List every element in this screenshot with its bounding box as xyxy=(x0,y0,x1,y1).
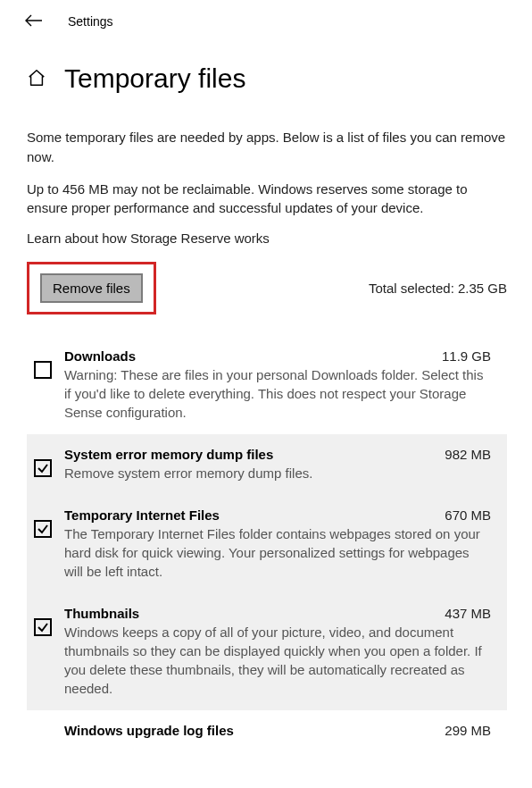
file-desc: Warning: These are files in your persona… xyxy=(64,365,491,422)
checkbox-thumbnails[interactable] xyxy=(34,618,52,636)
back-arrow-icon[interactable] xyxy=(25,11,43,31)
intro-text-1: Some temporary files are needed by apps.… xyxy=(27,128,507,167)
storage-reserve-link[interactable]: Learn about how Storage Reserve works xyxy=(27,231,507,246)
file-body: Thumbnails 437 MB Windows keeps a copy o… xyxy=(64,606,491,698)
header-bar: Settings xyxy=(0,0,532,38)
checkbox-temp-internet[interactable] xyxy=(34,520,52,538)
total-selected-label: Total selected: 2.35 GB xyxy=(369,281,507,296)
action-row: Remove files Total selected: 2.35 GB xyxy=(27,262,507,314)
file-body: Downloads 11.9 GB Warning: These are fil… xyxy=(64,348,491,422)
file-body: Windows upgrade log files 299 MB xyxy=(64,723,491,738)
file-name: Temporary Internet Files xyxy=(64,507,220,523)
home-icon[interactable] xyxy=(27,68,46,90)
file-item-temp-internet[interactable]: Temporary Internet Files 670 MB The Temp… xyxy=(27,495,507,593)
checkbox-memory-dump[interactable] xyxy=(34,459,52,477)
checkbox-downloads[interactable] xyxy=(34,361,52,379)
title-row: Temporary files xyxy=(0,38,532,112)
file-body: Temporary Internet Files 670 MB The Temp… xyxy=(64,507,491,581)
file-size: 982 MB xyxy=(445,447,491,462)
file-size: 670 MB xyxy=(445,507,491,523)
file-body: System error memory dump files 982 MB Re… xyxy=(64,447,491,482)
file-name: System error memory dump files xyxy=(64,447,273,462)
file-list: Downloads 11.9 GB Warning: These are fil… xyxy=(27,336,507,741)
file-name: Downloads xyxy=(64,348,136,364)
file-desc: The Temporary Internet Files folder cont… xyxy=(64,524,491,581)
file-item-upgrade-logs[interactable]: Windows upgrade log files 299 MB xyxy=(27,710,507,741)
file-item-downloads[interactable]: Downloads 11.9 GB Warning: These are fil… xyxy=(27,336,507,434)
page-title: Temporary files xyxy=(64,63,245,94)
file-name: Windows upgrade log files xyxy=(64,723,234,738)
file-size: 11.9 GB xyxy=(442,348,491,364)
remove-highlight: Remove files xyxy=(27,262,156,314)
file-size: 299 MB xyxy=(445,723,491,738)
remove-files-button[interactable]: Remove files xyxy=(40,273,143,303)
content-area: Some temporary files are needed by apps.… xyxy=(0,112,532,741)
file-item-memory-dump[interactable]: System error memory dump files 982 MB Re… xyxy=(27,434,507,495)
header-title: Settings xyxy=(68,14,113,29)
file-desc: Remove system error memory dump files. xyxy=(64,464,491,482)
file-name: Thumbnails xyxy=(64,606,139,621)
file-size: 437 MB xyxy=(445,606,491,621)
intro-text-2: Up to 456 MB may not be reclaimable. Win… xyxy=(27,180,507,219)
file-item-thumbnails[interactable]: Thumbnails 437 MB Windows keeps a copy o… xyxy=(27,593,507,710)
file-desc: Windows keeps a copy of all of your pict… xyxy=(64,623,491,698)
